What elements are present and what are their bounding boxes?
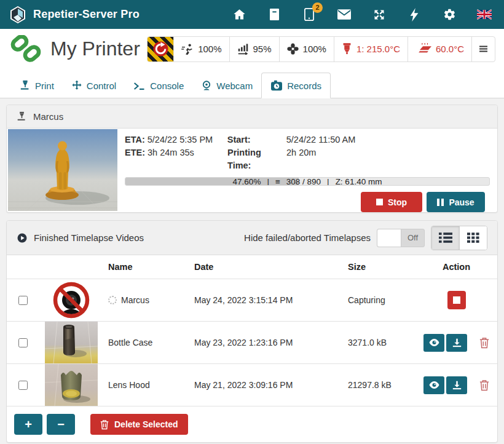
pause-icon (437, 199, 444, 206)
eye-icon (429, 381, 439, 389)
extruder-icon (342, 43, 352, 55)
download-icon (452, 381, 462, 390)
grid-view-button[interactable] (459, 226, 487, 250)
fullscreen-icon[interactable] (372, 7, 387, 22)
timelapse-footer: + − Delete Selected (7, 406, 497, 442)
printing-time-label: Printing Time: (227, 146, 284, 172)
delete-video-button[interactable] (479, 337, 489, 349)
toggle-knob (377, 229, 401, 247)
language-flag-uk-icon[interactable] (477, 7, 492, 22)
ete-label: ETE: (125, 146, 145, 172)
settings-gear-icon[interactable] (442, 7, 457, 22)
play-circle-icon (17, 232, 28, 244)
layers-icon: ≡ (275, 177, 280, 186)
flow-multiplier-button[interactable]: 95% (229, 37, 279, 61)
tab-control-label: Control (87, 81, 116, 91)
printer-menu-button[interactable] (471, 37, 495, 61)
tab-webcam-label: Webcam (216, 81, 253, 91)
delete-video-button[interactable] (479, 379, 489, 391)
speed-multiplier-button[interactable]: 100% (173, 37, 229, 61)
download-icon (452, 338, 462, 347)
tab-console[interactable]: Console (125, 74, 192, 98)
table-row: Marcus May 24, 2022 3:15:14 PM Capturing (7, 279, 497, 322)
fan-button[interactable]: 100% (279, 37, 334, 61)
trash-icon (479, 379, 489, 391)
brand[interactable]: Repetier-Server Pro (9, 6, 140, 24)
page-title: My Printer (50, 38, 140, 60)
stop-label: Stop (388, 197, 407, 207)
print-nozzle-icon (20, 80, 31, 91)
download-video-button[interactable] (446, 376, 467, 394)
notification-badge: 2 (312, 2, 323, 13)
timelapse-title: Finished Timelapse Videos (34, 232, 144, 243)
printer-header: My Printer 100% 95% 100% (0, 29, 504, 69)
job-panel-header: Marcus (7, 105, 497, 129)
video-date: May 24, 2022 3:15:14 PM (189, 295, 342, 305)
no-webcam-icon (45, 279, 98, 321)
column-header-name: Name (99, 262, 189, 272)
progress-text: 47.60% | ≡ 308 / 890 | Z: 61.40 mm (125, 178, 489, 185)
column-header-size: Size (342, 262, 415, 272)
capturing-spinner-icon (108, 296, 117, 304)
hide-failed-toggle[interactable]: Off (377, 229, 425, 247)
tab-print[interactable]: Print (11, 73, 63, 98)
stop-icon (376, 199, 383, 205)
tab-webcam[interactable]: Webcam (192, 73, 261, 98)
timelapse-panel: Finished Timelapse Videos Hide failed/ab… (6, 220, 498, 443)
top-navbar: Repetier-Server Pro 2 (0, 0, 504, 29)
printer-cabinet-icon[interactable] (267, 7, 282, 22)
deselect-all-button[interactable]: − (47, 414, 75, 435)
delete-selected-button[interactable]: Delete Selected (90, 414, 188, 435)
video-name: Marcus (121, 295, 149, 305)
content-area: Marcus (0, 98, 504, 444)
tab-control[interactable]: Control (63, 73, 125, 98)
stop-capture-button[interactable] (447, 291, 466, 309)
job-panel-body: ETA: 5/24/22 5:35 PM Start: 5/24/22 11:5… (7, 129, 497, 212)
video-name: Bottle Case (108, 338, 152, 347)
stop-button[interactable]: Stop (361, 192, 422, 212)
video-date: May 21, 2022 3:09:16 PM (189, 380, 342, 390)
power-bolt-icon[interactable] (407, 7, 422, 22)
trash-icon (479, 337, 489, 349)
mail-icon[interactable] (337, 7, 352, 22)
row-checkbox[interactable] (18, 296, 28, 305)
trash-icon (100, 419, 109, 430)
fan-icon (287, 43, 299, 55)
printing-time-value: 2h 20m (286, 146, 316, 172)
emergency-stop-button[interactable] (148, 37, 173, 61)
job-preview-image (8, 129, 117, 211)
tab-records-label: Records (287, 81, 321, 91)
pause-label: Pause (449, 197, 474, 207)
list-view-button[interactable] (431, 226, 459, 250)
progress-separator: | (327, 177, 329, 186)
notifications-phone-icon[interactable]: 2 (302, 7, 317, 22)
row-checkbox[interactable] (18, 381, 28, 390)
extruder-temp-button[interactable]: 1: 215.0°C (334, 37, 408, 61)
play-video-button[interactable] (423, 376, 444, 394)
column-header-date: Date (189, 262, 342, 272)
printer-link-icon (9, 35, 43, 63)
row-checkbox[interactable] (18, 338, 28, 347)
home-icon[interactable] (232, 7, 246, 22)
speed-value: 100% (198, 44, 221, 54)
eta-label: ETA: (125, 133, 145, 146)
toggle-state: Off (401, 229, 424, 247)
play-video-button[interactable] (423, 334, 444, 352)
flow-bars-icon (237, 44, 249, 55)
column-header-action: Action (415, 262, 497, 272)
printer-status-bar: 100% 95% 100% 1: 215.0°C 60.0°C (147, 36, 495, 62)
bed-temp-value: 60.0°C (436, 44, 464, 54)
eye-icon (429, 339, 439, 346)
console-prompt-icon (133, 81, 146, 91)
download-video-button[interactable] (446, 334, 467, 352)
start-value: 5/24/22 11:50 AM (286, 133, 356, 146)
tab-records[interactable]: Records (261, 73, 331, 98)
stop-icon (453, 296, 460, 304)
job-info: ETA: 5/24/22 5:35 PM Start: 5/24/22 11:5… (117, 129, 497, 212)
bed-temp-button[interactable]: 60.0°C (408, 37, 471, 61)
pause-button[interactable]: Pause (427, 192, 485, 212)
webcam-icon (201, 80, 212, 91)
navbar-icons: 2 (232, 7, 495, 22)
select-all-button[interactable]: + (14, 414, 42, 435)
tab-bar: Print Control Console Webcam Records (0, 69, 504, 98)
